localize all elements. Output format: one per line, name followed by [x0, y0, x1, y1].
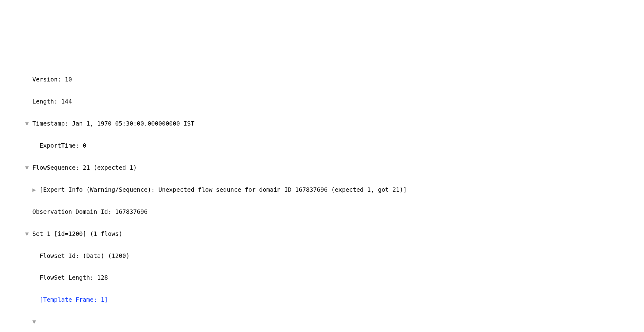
tree-expert-info[interactable]: ▶ [Expert Info (Warning/Sequence): Unexp… — [0, 186, 644, 194]
field-flowset-id[interactable]: Flowset Id: (Data) (1200) — [0, 252, 644, 260]
tree-toggle-icon[interactable]: ▼ — [25, 164, 29, 172]
field-template-frame[interactable]: [Template Frame: 1] — [0, 296, 644, 304]
packet-details-pane: Version: 10 Length: 144 ▼ Timestamp: Jan… — [0, 37, 644, 332]
tree-toggle-icon[interactable]: ▼ — [25, 120, 29, 127]
field-exporttime[interactable]: ExportTime: 0 — [0, 142, 644, 149]
field-length[interactable]: Length: 144 — [0, 98, 644, 105]
tree-toggle-icon[interactable]: ▼ — [25, 230, 29, 238]
field-observation-domain[interactable]: Observation Domain Id: 167837696 — [0, 208, 644, 216]
tree-set-1[interactable]: ▼ Set 1 [id=1200] (1 flows) — [0, 230, 644, 238]
tree-flow-1[interactable]: ▼ Flow 1 — [0, 318, 644, 326]
field-flowset-length[interactable]: FlowSet Length: 128 — [0, 274, 644, 281]
tree-toggle-icon[interactable]: ▼ — [32, 318, 36, 326]
tree-flowsequence[interactable]: ▼ FlowSequence: 21 (expected 1) — [0, 164, 644, 172]
tree-timestamp[interactable]: ▼ Timestamp: Jan 1, 1970 05:30:00.000000… — [0, 120, 644, 127]
tree-toggle-icon[interactable]: ▶ — [32, 186, 36, 194]
field-version[interactable]: Version: 10 — [0, 76, 644, 83]
